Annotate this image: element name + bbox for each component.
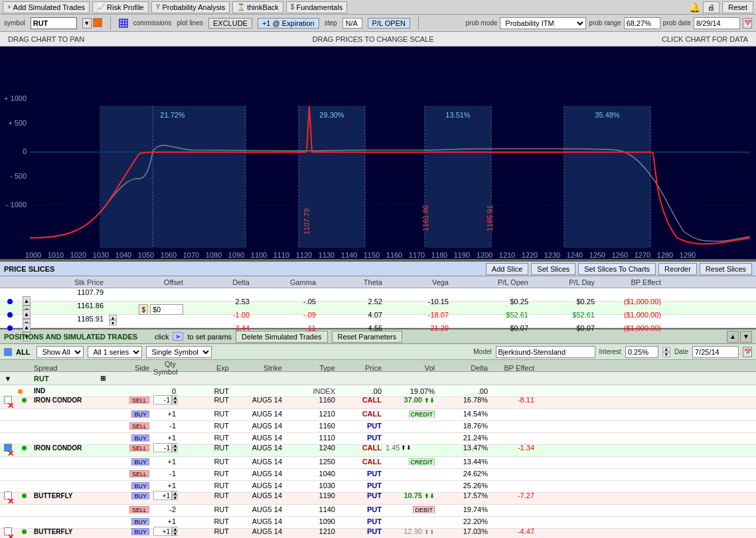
prob-date-calendar-btn[interactable]: 📅 <box>743 18 752 29</box>
expiration-btn[interactable]: +1 @ Expiration <box>258 18 319 29</box>
row-qty: +1 <box>151 410 178 418</box>
interest-up-btn[interactable]: ▲ <box>662 347 670 352</box>
add-slice-btn[interactable]: Add Slice <box>486 263 528 275</box>
interest-input[interactable] <box>625 346 658 358</box>
symbol-dropdown-btn[interactable]: ▼ <box>82 18 92 29</box>
set-slices-btn[interactable]: Set Slices <box>531 263 575 275</box>
row-price-ind: .00 <box>337 387 384 395</box>
group-expand-icon[interactable]: ⊞ <box>100 375 106 382</box>
row-vol: 22.20% <box>437 517 490 525</box>
add-simulated-trades-btn[interactable]: + Add Simulated Trades <box>3 1 90 13</box>
show-all-select[interactable]: Show All <box>37 346 84 358</box>
svg-text:1100: 1100 <box>251 251 267 259</box>
tb-icon: ⌛ <box>237 3 245 11</box>
row-price: DEBIT <box>384 505 437 513</box>
svg-text:+ 500: + 500 <box>8 119 27 127</box>
row-type-bf1: PUT <box>337 492 384 499</box>
prob-range-input[interactable] <box>624 17 660 29</box>
col-header-theta: Theta <box>319 278 385 286</box>
reset-params-btn[interactable]: Reset Parameters <box>332 331 403 343</box>
row-qty: +1 <box>151 434 178 442</box>
date-input[interactable] <box>692 346 739 358</box>
model-input[interactable] <box>496 346 595 358</box>
chart-area[interactable]: + 1000 + 500 0 - 500 - 1000 21.72% 29.30… <box>0 46 756 260</box>
row-strike: 1090 <box>284 517 337 525</box>
print-btn[interactable]: 🖨 <box>703 1 719 13</box>
probability-analysis-btn[interactable]: Y Probability Analysis <box>151 1 230 13</box>
row-qty: -1 <box>151 470 178 478</box>
remove-icon-bf1[interactable]: ✕ <box>7 497 14 506</box>
drag-scale-text: DRAG PRICES TO CHANGE SCALE <box>313 35 434 43</box>
row-strike-ic1: 1160 <box>284 396 337 404</box>
row-side: BUY <box>98 410 151 418</box>
row-remove-ic2[interactable]: ✕ <box>0 449 16 458</box>
svg-text:35.48%: 35.48% <box>595 111 620 119</box>
qty-input-ic2[interactable] <box>153 443 172 452</box>
row-check2-ic2 <box>16 446 32 450</box>
row-type: PUT <box>337 434 384 442</box>
qty-input-bf2[interactable] <box>153 527 172 536</box>
row-symbol: RUT <box>178 410 231 418</box>
row-side-bf1: BUY <box>98 492 151 499</box>
fundamentals-btn[interactable]: $ Fundamentals <box>286 1 347 13</box>
date-calendar-btn[interactable]: 📅 <box>743 347 752 357</box>
grid-icon <box>119 19 128 28</box>
interest-label: Interest <box>599 348 621 355</box>
click-text: click <box>155 333 169 341</box>
click-arrow-icon[interactable]: ➤ <box>173 332 183 341</box>
top-toolbar: + Add Simulated Trades 📈 Risk Profile Y … <box>0 0 756 15</box>
row-strike: 1210 <box>284 410 337 418</box>
notification-icon[interactable]: 🔔 <box>689 2 700 13</box>
remove-icon-ic2[interactable]: ✕ <box>7 449 14 458</box>
scroll-down-icon[interactable]: ▼ <box>740 331 752 343</box>
offset-up-2[interactable]: ▲ <box>109 315 117 320</box>
thinkback-btn[interactable]: ⌛ thinkBack <box>232 1 283 13</box>
row-symbol: RUT <box>178 434 231 442</box>
qty-input-ic1[interactable] <box>153 395 172 404</box>
offset-input-2[interactable] <box>150 304 183 315</box>
symbol-type-select[interactable]: Single Symbol <box>146 346 212 358</box>
svg-text:29.30%: 29.30% <box>319 111 344 119</box>
row-strike-bf1: 1190 <box>284 492 337 499</box>
plopen-btn[interactable]: P/L OPEN <box>368 18 410 29</box>
prob-date-input[interactable] <box>694 17 740 29</box>
series-select[interactable]: All 1 series <box>88 346 142 358</box>
scroll-up-icon[interactable]: ▲ <box>727 331 739 343</box>
row-check2-bf1 <box>16 493 32 498</box>
delete-simulated-btn[interactable]: Delete Simulated Trades <box>236 331 327 343</box>
exclude-btn[interactable]: EXCLUDE <box>208 18 252 29</box>
row-exp: AUG5 14 <box>231 410 284 418</box>
row-remove-ic1[interactable]: ✕ <box>0 401 16 410</box>
row-vol-ic1: 16.78% <box>437 396 490 404</box>
reset-btn[interactable]: Reset <box>722 1 753 13</box>
row-side: BUY <box>98 482 151 490</box>
symbol-input[interactable] <box>31 17 77 29</box>
commissions-label: commissions <box>133 19 172 27</box>
row-remove-bf2[interactable]: ✕ <box>0 533 16 538</box>
col-header-bp-effect: BP Effect <box>597 278 664 286</box>
qty-input-bf1[interactable] <box>153 491 172 500</box>
row-check2-ic1 <box>16 398 32 403</box>
offset-down-2[interactable]: ▼ <box>109 320 117 325</box>
row-type: PUT <box>337 517 384 525</box>
buy-badge-bf1: BUY <box>131 492 149 499</box>
remove-icon-bf2[interactable]: ✕ <box>7 533 14 538</box>
row-remove-bf1[interactable]: ✕ <box>0 497 16 506</box>
step-input[interactable] <box>342 18 362 29</box>
reset-slices-btn[interactable]: Reset Slices <box>700 263 752 275</box>
set-slices-to-charts-btn[interactable]: Set Slices To Charts <box>578 263 656 275</box>
risk-profile-btn[interactable]: 📈 Risk Profile <box>92 1 149 13</box>
remove-icon-ic1[interactable]: ✕ <box>7 401 14 410</box>
symbol-color-swatch[interactable] <box>93 18 102 27</box>
reorder-btn[interactable]: Reorder <box>658 263 697 275</box>
group-collapse-btn[interactable]: ▼ <box>0 375 16 383</box>
all-checkbox[interactable] <box>4 348 12 356</box>
slice-bp-1: ($1,000.00) <box>597 298 664 306</box>
interest-down-btn[interactable]: ▼ <box>662 352 670 357</box>
offset-dollar-btn[interactable]: $ <box>139 304 148 315</box>
row-exp-bf1: AUG5 14 <box>231 492 284 499</box>
prob-mode-select[interactable]: Probability ITM <box>500 17 586 29</box>
slice-price-up-3[interactable]: ▲ <box>23 323 31 332</box>
row-side: BUY <box>98 434 151 442</box>
svg-text:1180: 1180 <box>431 251 447 259</box>
